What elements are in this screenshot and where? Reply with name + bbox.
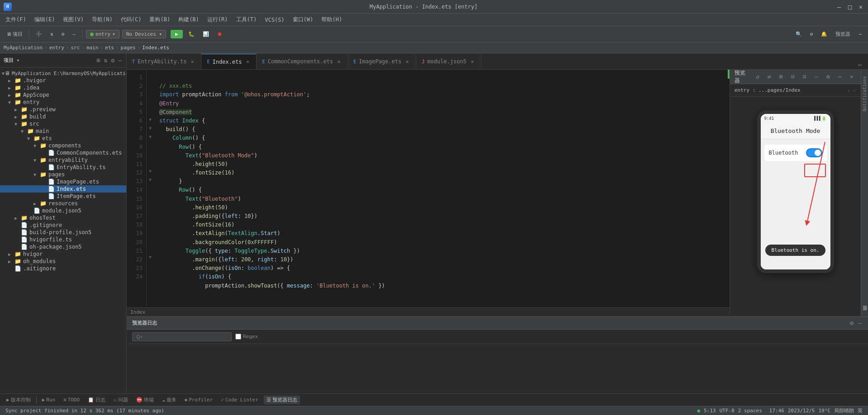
preview-refresh-icon[interactable]: ↺ <box>753 72 762 81</box>
coverage-button[interactable]: 📊 <box>200 30 212 38</box>
tree-item-itempage[interactable]: 📄 ItemPage.ets <box>0 193 126 200</box>
tree-item-appscope[interactable]: ▶ 📁 AppScope <box>0 91 126 99</box>
menu-vcs[interactable]: VCS(S) <box>261 16 288 24</box>
sidebar-settings-icon[interactable]: ⚙ <box>110 56 115 65</box>
menu-window[interactable]: 窗口(W) <box>289 15 317 24</box>
toolbar-add-button[interactable]: ➕ <box>33 30 45 38</box>
tab-close-entryability[interactable]: × <box>189 58 196 65</box>
tree-item-indexets[interactable]: 📄 Index.ets <box>0 185 126 193</box>
code-content[interactable]: // xxx.ets import promptAction from '@oh… <box>154 70 730 307</box>
tree-arrow-appscope[interactable]: ▶ <box>8 93 14 98</box>
bluetooth-toggle[interactable] <box>806 148 822 157</box>
tree-arrow-resources[interactable]: ▶ <box>33 201 40 206</box>
project-settings-label[interactable]: 工程设置 <box>861 311 868 316</box>
search-everywhere-button[interactable]: 🔍 <box>793 30 805 38</box>
entry-selector[interactable]: entry ▾ <box>86 30 119 38</box>
bottom-settings-icon[interactable]: ⚙ <box>849 319 854 327</box>
tree-item-pages[interactable]: ▼ 📁 pages <box>0 171 126 178</box>
preview-minus-icon[interactable]: — <box>812 72 821 81</box>
preview-close-icon[interactable]: × <box>847 72 856 81</box>
tree-arrow-hvigor[interactable]: ▶ <box>8 78 14 83</box>
tree-item-entryability[interactable]: ▼ 📁 entryability <box>0 156 126 164</box>
fold-22[interactable]: ▼ <box>147 254 154 262</box>
toolbar-terminal[interactable]: ⛔ 终端 <box>134 396 157 404</box>
tree-item-resources[interactable]: ▶ 📁 resources <box>0 200 126 207</box>
tree-item-buildprofile[interactable]: 📄 build-profile.json5 <box>0 229 126 236</box>
tree-item-hvigor[interactable]: ▶ 📁 .hvigor <box>0 77 126 84</box>
toolbar-services[interactable]: ☁ 服务 <box>159 396 179 404</box>
settings-button[interactable]: ⚙ <box>807 30 816 38</box>
toolbar-profiler[interactable]: ✱ Profiler <box>182 396 216 404</box>
tree-item-hvigor-folder[interactable]: ▶ 📁 hvigor <box>0 250 126 258</box>
tree-item-ohostest[interactable]: ▶ 📁 ohosTest <box>0 214 126 222</box>
tab-modulejson[interactable]: J module.json5 × <box>416 54 482 69</box>
tree-item-gitignore[interactable]: 📄 .gitignore <box>0 222 126 229</box>
menu-refactor[interactable]: 重构(B) <box>146 15 174 24</box>
tree-item-hvigorfile[interactable]: 📄 hvigorfile.ts <box>0 236 126 243</box>
menu-help[interactable]: 帮助(H) <box>318 15 346 24</box>
tree-item-ohmodules[interactable]: ▶ 📁 oh_modules <box>0 258 126 265</box>
menu-code[interactable]: 代码(C) <box>117 15 145 24</box>
breadcrumb-app[interactable]: MyApplication <box>4 45 43 51</box>
bottom-minus-icon[interactable]: — <box>857 319 863 327</box>
tree-arrow-entryability[interactable]: ▼ <box>33 158 40 163</box>
tree-arrow-entry[interactable]: ▼ <box>8 100 14 105</box>
regex-checkbox[interactable] <box>235 334 241 340</box>
tab-entryability[interactable]: T EntryAbility.ts × <box>127 54 201 69</box>
maximize-button[interactable]: □ <box>846 3 854 10</box>
preview-sync-icon[interactable]: ⇄ <box>765 72 774 81</box>
tab-close-imagepage[interactable]: × <box>404 58 410 65</box>
toolbar-todo[interactable]: ≡ TODO <box>61 396 82 404</box>
tree-arrow-hvigor-folder[interactable]: ▶ <box>8 252 14 257</box>
breadcrumb-ets[interactable]: ets <box>105 45 114 51</box>
preview-more-icon[interactable]: ⋯ <box>835 72 844 81</box>
tree-item-entry[interactable]: ▼ 📁 entry <box>0 99 126 106</box>
preview-settings-icon[interactable]: ⚙ <box>824 72 833 81</box>
tree-item-imagepage[interactable]: 📄 ImagePage.ets <box>0 178 126 185</box>
tree-arrow-src[interactable]: ▼ <box>14 122 21 127</box>
tree-item-src[interactable]: ▼ 📁 src <box>0 120 126 127</box>
menu-run[interactable]: 运行(R) <box>204 15 232 24</box>
toolbar-collapse-btn[interactable]: — <box>70 30 78 38</box>
preview-btn-toolbar[interactable]: 预览器 <box>833 30 853 38</box>
menu-build[interactable]: 构建(B) <box>175 15 203 24</box>
fold-7[interactable]: ▼ <box>147 125 154 133</box>
toolbar-code-linter[interactable]: ✓ Code Linter <box>218 396 261 404</box>
stop-button[interactable]: ⏹ <box>215 30 225 38</box>
tab-commoncomp[interactable]: E CommonComponents.ets × <box>257 54 348 69</box>
tree-arrow-ets-folder[interactable]: ▼ <box>27 136 33 141</box>
tree-item-idea[interactable]: ▶ 📁 .idea <box>0 84 126 91</box>
minimize-button[interactable]: — <box>835 3 843 10</box>
breadcrumb-src[interactable]: src <box>71 45 80 51</box>
tree-item-root[interactable]: ▼ 🖥 MyApplication E:\HarmonyOS\MyApplica… <box>0 70 126 77</box>
tree-arrow-preview-folder[interactable]: ▶ <box>14 107 21 112</box>
log-search-input[interactable] <box>132 332 232 341</box>
sidebar-add-icon[interactable]: ⊞ <box>96 56 101 65</box>
regex-checkbox-label[interactable]: Regex <box>235 334 258 340</box>
run-button[interactable]: ▶ <box>171 30 183 38</box>
preview-expand-icon[interactable]: ⊡ <box>800 72 809 81</box>
tab-close-commoncomp[interactable]: × <box>336 58 342 65</box>
tab-close-indexets[interactable]: × <box>244 59 251 65</box>
notifications-label[interactable]: Notifications <box>861 73 868 114</box>
menu-edit[interactable]: 编辑(E) <box>31 15 59 24</box>
tree-item-ets-folder[interactable]: ▼ 📁 ets <box>0 135 126 142</box>
toolbar-problems[interactable]: ⚠ 问题 <box>111 396 131 404</box>
breadcrumb-pages[interactable]: pages <box>121 45 136 51</box>
toolbar-run-panel[interactable]: ▶ Run <box>39 396 58 404</box>
preview-layout-icon[interactable]: ⊡ <box>788 72 797 81</box>
toolbar-version-control[interactable]: ▶ 版本控制 <box>4 396 33 404</box>
tab-close-modulejson[interactable]: × <box>469 58 476 65</box>
tree-arrow-main[interactable]: ▼ <box>21 129 27 134</box>
tree-item-modulejson[interactable]: 📄 module.json5 <box>0 207 126 214</box>
breadcrumb-main[interactable]: main <box>86 45 99 51</box>
tree-item-build-folder[interactable]: ▶ 📁 build <box>0 113 126 120</box>
preview-nav-left-icon[interactable]: ‹ <box>847 87 850 94</box>
toolbar-more-btn[interactable]: ⋯ <box>856 30 864 38</box>
tab-actions-more[interactable]: ⋯ <box>855 60 864 69</box>
sidebar-sort-icon[interactable]: ⇅ <box>103 56 109 65</box>
preview-grid-icon[interactable]: ⊞ <box>777 72 786 81</box>
menu-navigate[interactable]: 导航(N) <box>88 15 116 24</box>
breadcrumb-entry[interactable]: entry <box>49 45 64 51</box>
tree-item-entryability-ts[interactable]: 📄 EntryAbility.ts <box>0 164 126 171</box>
